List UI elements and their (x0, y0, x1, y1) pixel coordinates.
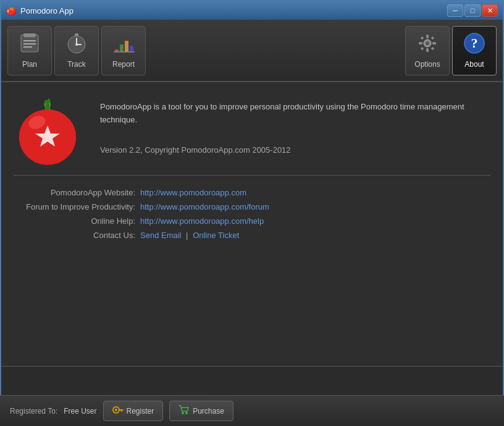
help-label: Online Help: (26, 214, 140, 228)
register-button[interactable]: Register (103, 401, 164, 421)
contact-separator: | (186, 231, 188, 240)
about-version: Version 2.2, Copyright PomodoroApp.com 2… (100, 145, 490, 155)
help-value: http://www.pomodoroapp.com/help (140, 214, 269, 228)
close-button[interactable]: ✕ (482, 4, 498, 17)
window-title: Pomodoro App (20, 6, 74, 15)
svg-rect-11 (120, 45, 124, 52)
registered-label: Registered To: (10, 407, 57, 415)
links-table: PomodoroApp Website: http://www.pomodoro… (26, 185, 269, 242)
purchase-label: Purchase (193, 407, 224, 415)
tomato-logo (14, 95, 82, 163)
options-label: Options (414, 60, 440, 69)
svg-point-40 (182, 412, 184, 414)
svg-point-41 (185, 412, 188, 414)
about-top: PomodoroApp is a tool for you to improve… (14, 95, 490, 175)
svg-rect-6 (75, 33, 78, 36)
website-link[interactable]: http://www.pomodoroapp.com (140, 188, 246, 197)
contact-label: Contact Us: (26, 228, 140, 242)
about-text-section: PomodoroApp is a tool for you to improve… (100, 95, 490, 155)
website-label: PomodoroApp Website: (26, 185, 140, 200)
svg-rect-13 (130, 46, 133, 52)
main-content: PomodoroApp is a tool for you to improve… (1, 82, 503, 367)
online-ticket-link[interactable]: Online Ticket (193, 231, 239, 240)
links-row-contact: Contact Us: Send Email | Online Ticket (26, 228, 269, 242)
toolbar-about-button[interactable]: ? About (452, 26, 497, 75)
svg-rect-19 (419, 42, 422, 45)
forum-label: Forum to Improve Productivity: (26, 200, 140, 214)
svg-rect-21 (421, 36, 424, 40)
track-icon (65, 32, 88, 56)
report-label: Report (112, 60, 135, 69)
links-row-help: Online Help: http://www.pomodoroapp.com/… (26, 214, 269, 228)
about-label: About (464, 60, 484, 69)
register-label: Register (127, 407, 154, 415)
svg-rect-22 (431, 36, 435, 40)
title-bar-left: 🍅 Pomodoro App (6, 6, 74, 15)
divider (14, 175, 490, 176)
svg-rect-23 (421, 47, 424, 51)
registered-value: Free User (64, 407, 96, 415)
plan-label: Plan (22, 60, 37, 69)
svg-rect-20 (432, 42, 436, 45)
key-icon (112, 404, 124, 417)
svg-rect-18 (426, 48, 429, 52)
about-description: PomodoroApp is a tool for you to improve… (100, 101, 490, 127)
svg-rect-2 (23, 40, 36, 41)
svg-rect-24 (431, 47, 435, 51)
svg-text:?: ? (471, 35, 478, 51)
track-label: Track (67, 60, 86, 69)
links-row-forum: Forum to Improve Productivity: http://ww… (26, 200, 269, 214)
svg-rect-17 (426, 35, 429, 38)
forum-value: http://www.pomodoroapp.com/forum (140, 200, 269, 214)
svg-rect-12 (125, 41, 128, 52)
options-icon (416, 32, 439, 56)
about-icon: ? (463, 32, 485, 56)
svg-point-37 (115, 409, 117, 411)
help-link[interactable]: http://www.pomodoroapp.com/help (140, 216, 264, 226)
minimize-button[interactable]: ─ (447, 4, 463, 17)
svg-point-9 (75, 43, 78, 46)
forum-link[interactable]: http://www.pomodoroapp.com/forum (140, 202, 269, 211)
status-bar: Registered To: Free User Register Purcha… (0, 395, 504, 426)
maximize-button[interactable]: □ (464, 4, 481, 17)
toolbar-plan-button[interactable]: Plan (7, 26, 52, 75)
toolbar-track-button[interactable]: Track (54, 26, 99, 75)
svg-rect-4 (23, 46, 32, 48)
contact-value: Send Email | Online Ticket (140, 228, 269, 242)
toolbar: Plan Track Report (1, 20, 503, 82)
website-value: http://www.pomodoroapp.com (140, 185, 269, 200)
title-bar-controls: ─ □ ✕ (447, 4, 498, 17)
purchase-button[interactable]: Purchase (169, 401, 233, 421)
toolbar-options-button[interactable]: Options (405, 26, 450, 75)
toolbar-report-button[interactable]: Report (101, 26, 146, 75)
links-row-website: PomodoroApp Website: http://www.pomodoro… (26, 185, 269, 200)
plan-icon (19, 32, 41, 56)
send-email-link[interactable]: Send Email (140, 231, 181, 240)
app-icon: 🍅 (6, 6, 17, 15)
svg-rect-39 (121, 409, 122, 412)
title-bar: 🍅 Pomodoro App ─ □ ✕ (1, 1, 503, 20)
svg-rect-3 (23, 43, 36, 45)
cart-icon (178, 404, 190, 417)
svg-rect-1 (23, 33, 36, 37)
report-icon (112, 32, 135, 56)
svg-point-16 (426, 41, 429, 45)
